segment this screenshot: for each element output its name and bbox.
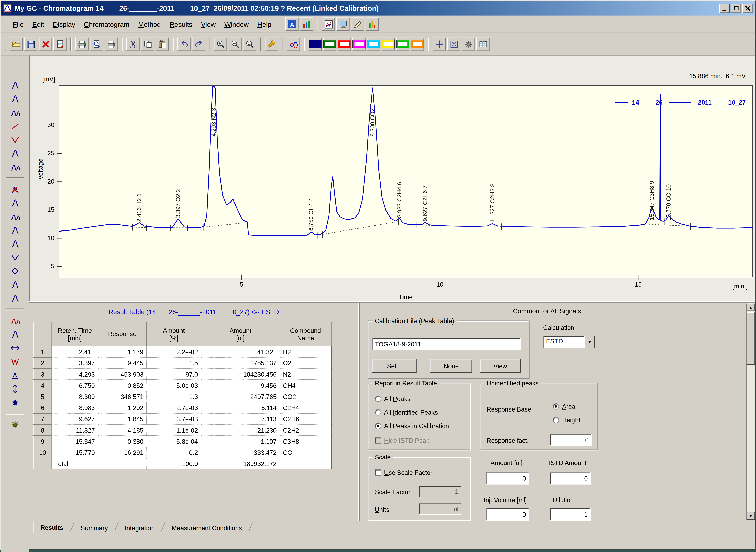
signal-color-chip-navy[interactable] xyxy=(309,37,322,51)
paste-icon[interactable] xyxy=(156,37,169,51)
radio-all-peaks[interactable]: All Peaks xyxy=(375,395,410,402)
table-row[interactable]: 23.3979.4451.52785.137O2 xyxy=(33,358,331,369)
settings-gear-icon[interactable] xyxy=(7,418,22,431)
peak-tool-icon-9[interactable] xyxy=(7,196,22,209)
horizontal-adjust-tool-icon[interactable] xyxy=(7,341,22,354)
diamond-tool-icon[interactable] xyxy=(7,265,22,277)
menu-chromatogram[interactable]: Chromatogram xyxy=(79,18,134,30)
signal-color-chip-green-dark[interactable] xyxy=(323,37,337,51)
redo-icon[interactable] xyxy=(192,37,205,51)
menu-file[interactable]: File xyxy=(8,18,28,30)
table-row[interactable]: 34.293453.90397.0184230.456N2 xyxy=(33,369,331,380)
overlay-signals-icon[interactable] xyxy=(287,37,300,51)
annotation-tool-icon[interactable]: A xyxy=(7,369,22,381)
copy-icon[interactable] xyxy=(141,37,154,51)
scroll-up-icon[interactable]: ▲ xyxy=(747,304,754,311)
peak-tool-icon-2[interactable] xyxy=(7,93,22,105)
vertical-adjust-tool-icon[interactable] xyxy=(7,382,22,395)
table-header-col3[interactable]: Amount[%] xyxy=(147,322,201,346)
text-badge-icon[interactable]: A xyxy=(286,17,299,31)
plot-area[interactable]: 51015510152025302.413 H2 13.397 O2 24.29… xyxy=(59,85,753,277)
table-row[interactable]: 58.300346.5711.32497.765CO2 xyxy=(33,391,331,402)
table-header-col0[interactable] xyxy=(33,322,52,346)
table-header-col5[interactable]: CompoundName xyxy=(280,322,331,346)
radio-icon[interactable] xyxy=(375,409,381,415)
overlay-peaks-tool-icon[interactable] xyxy=(7,314,22,327)
menu-method[interactable]: Method xyxy=(134,18,165,30)
signal-color-chip-magenta[interactable] xyxy=(353,37,366,51)
print-icon[interactable] xyxy=(75,37,88,51)
tab-summary[interactable]: Summary xyxy=(74,521,115,533)
signal-color-chip-green[interactable] xyxy=(396,37,409,51)
signal-color-chip-orange[interactable] xyxy=(411,37,424,51)
calibration-file-input[interactable] xyxy=(372,338,521,350)
zoom-in-icon[interactable] xyxy=(214,37,227,51)
toolbar-grip[interactable] xyxy=(5,17,6,31)
checkbox-icon[interactable] xyxy=(375,469,381,476)
none-button[interactable]: None xyxy=(430,359,472,373)
tab-results[interactable]: Results xyxy=(33,521,70,533)
valley-peak-tool-icon[interactable] xyxy=(7,251,22,264)
peak-tool-icon-1[interactable] xyxy=(7,79,22,92)
calculation-combo[interactable]: ESTD ▼ xyxy=(543,336,595,348)
radio-all-peaks-in-calibration[interactable]: All Peaks in Calibration xyxy=(375,422,449,430)
menu-help[interactable]: Help xyxy=(253,18,276,30)
printer2-icon[interactable] xyxy=(105,37,118,51)
slope-tool-icon[interactable] xyxy=(7,120,22,132)
move-icon[interactable] xyxy=(433,37,446,51)
toolbar-grip[interactable] xyxy=(5,37,6,51)
peak-tool-icon-12[interactable] xyxy=(7,237,22,250)
line-chart-icon[interactable] xyxy=(322,17,335,31)
signal-color-chip-cyan[interactable] xyxy=(367,37,380,51)
table-row[interactable]: 811.3274.1851.1e-0221.230C2H2 xyxy=(33,424,331,436)
radio-area[interactable]: Area xyxy=(553,403,575,410)
restore-button[interactable] xyxy=(731,4,741,13)
table-header-col2[interactable]: Response xyxy=(98,322,147,346)
use-scale-factor-checkbox[interactable]: Use Scale Factor xyxy=(375,469,432,476)
mini-bar-chart-icon[interactable] xyxy=(300,17,313,31)
response-fact-input[interactable] xyxy=(550,434,591,446)
menu-view[interactable]: View xyxy=(197,18,220,30)
view-button[interactable]: View xyxy=(480,359,521,373)
double-peak-tool-icon[interactable] xyxy=(7,106,22,119)
menu-results[interactable]: Results xyxy=(165,18,196,30)
delete-icon[interactable] xyxy=(39,37,52,51)
data-table-icon[interactable] xyxy=(477,37,490,51)
signal-color-chip-yellow[interactable] xyxy=(382,37,395,51)
tab-measurement-conditions[interactable]: Measurement Conditions xyxy=(165,521,249,533)
monitor-icon[interactable] xyxy=(337,17,350,31)
table-header-col1[interactable]: Reten. Time[min] xyxy=(52,322,98,346)
delete-peak-tool-icon[interactable] xyxy=(7,183,22,195)
tools-icon[interactable] xyxy=(462,37,475,51)
table-header-col4[interactable]: Amount[ul] xyxy=(201,322,280,346)
chevron-down-icon[interactable]: ▼ xyxy=(585,336,595,348)
peak-tool-icon-16[interactable] xyxy=(7,292,22,304)
table-row[interactable]: 68.9831.2922.7e-035.114C2H4 xyxy=(33,402,331,413)
open-folder-icon[interactable] xyxy=(10,37,23,51)
amount-input[interactable] xyxy=(486,472,529,485)
dilution-input[interactable] xyxy=(550,508,591,521)
tab-integration[interactable]: Integration xyxy=(118,521,161,533)
peak-tool-icon-18[interactable] xyxy=(7,328,22,340)
undo-icon[interactable] xyxy=(177,37,191,51)
column-chart-icon[interactable] xyxy=(366,17,379,31)
radio-all-identified-peaks[interactable]: All Identified Peaks xyxy=(375,409,438,416)
peak-tool-icon-15[interactable] xyxy=(7,278,22,291)
zoom-reset-icon[interactable]: 1:1 xyxy=(243,37,256,51)
radio-icon[interactable] xyxy=(553,417,559,423)
istd-amount-input[interactable] xyxy=(550,472,591,485)
print-preview-icon[interactable] xyxy=(90,37,103,51)
peak-tool-icon-10[interactable] xyxy=(7,210,22,223)
menu-edit[interactable]: Edit xyxy=(28,18,48,30)
radio-icon[interactable] xyxy=(553,403,559,410)
table-row[interactable]: 79.6271.8453.7e-037.113C2H6 xyxy=(33,413,331,424)
table-row[interactable]: 46.7500.8525.0e-039.456CH4 xyxy=(33,380,331,391)
radio-icon[interactable] xyxy=(375,396,381,402)
zoom-extents-icon[interactable] xyxy=(447,37,460,51)
wrench-icon[interactable] xyxy=(265,37,278,51)
star-tool-icon[interactable] xyxy=(7,396,22,409)
group-peak-tool-icon[interactable] xyxy=(7,160,22,173)
valley-tool-icon[interactable] xyxy=(7,133,22,146)
scrollbar-thumb[interactable] xyxy=(747,312,754,365)
radio-height[interactable]: Height xyxy=(553,416,580,424)
